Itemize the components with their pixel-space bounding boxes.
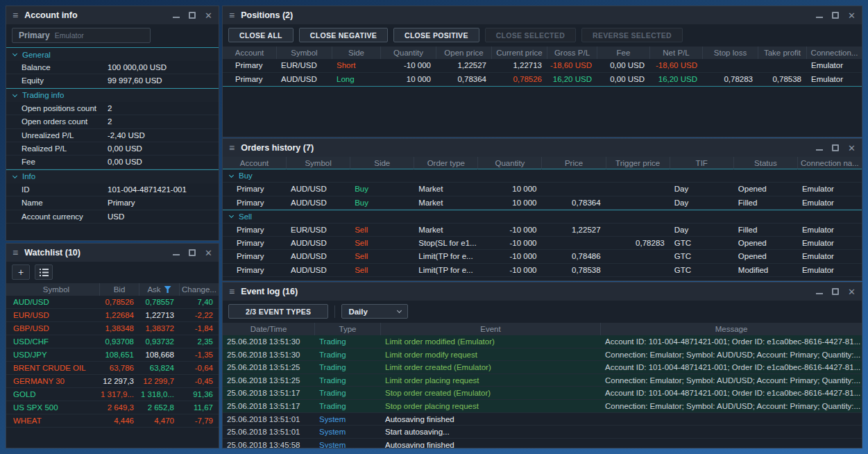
col-header-account[interactable]: Account [223, 157, 287, 169]
col-header-side[interactable]: Side [350, 157, 414, 169]
order-group-header[interactable]: Buy [223, 169, 862, 183]
event-log-row[interactable]: 25.06.2018 13:51:30TradingLimit order mo… [223, 335, 862, 348]
col-header-ask[interactable]: Ask [139, 283, 180, 296]
order-row[interactable]: PrimaryEUR/USDSellMarket-10 0001,22527Da… [223, 224, 862, 237]
col-header-symbol[interactable]: Symbol [6, 283, 100, 296]
col-header-status[interactable]: Status [734, 157, 798, 169]
close-icon[interactable]: ✕ [848, 11, 856, 20]
event-log-row[interactable]: 25.06.2018 13:51:25TradingLimit order pl… [223, 374, 862, 387]
list-view-icon[interactable] [35, 264, 53, 280]
cell [542, 277, 606, 281]
col-header-take-profit[interactable]: Take profit [758, 47, 807, 59]
account-info-titlebar[interactable]: ≡ Account info ✕ [6, 6, 219, 24]
col-header-price[interactable]: Price [542, 157, 606, 169]
close-all-button[interactable]: CLOSE ALL [228, 28, 293, 42]
add-symbol-button[interactable]: + [12, 264, 30, 280]
col-header-gross-pl[interactable]: Gross P/L [547, 47, 597, 59]
watchlist-row[interactable]: AUD/USD0,785260,785577,40 [6, 296, 219, 309]
minimize-icon[interactable] [816, 12, 823, 18]
close-icon[interactable]: ✕ [848, 144, 856, 153]
section-header[interactable]: General [6, 47, 219, 61]
section-header[interactable]: Trading info [6, 88, 219, 102]
col-header-bid[interactable]: Bid [100, 283, 139, 296]
maximize-icon[interactable] [832, 144, 839, 151]
col-header-open-price[interactable]: Open price [436, 47, 492, 59]
close-icon[interactable]: ✕ [205, 249, 212, 258]
order-row[interactable]: PrimaryAUD/USDSellLimit(TP for e...-10 0… [223, 250, 862, 263]
event-log-row[interactable]: 25.06.2018 13:51:17TradingStop order cre… [223, 387, 862, 400]
col-header-event[interactable]: Event [381, 323, 601, 335]
minimize-icon[interactable] [816, 289, 823, 294]
maximize-icon[interactable] [189, 12, 196, 19]
col-header-change[interactable]: Change... [180, 283, 219, 296]
col-header-stop-loss[interactable]: Stop loss [703, 47, 758, 59]
watchlist-row[interactable]: GOLD1 317,9...1 318,0...91,36 [6, 388, 219, 401]
event-log-row[interactable]: 25.06.2018 13:51:25TradingLimit order cr… [223, 361, 862, 374]
watchlist-row[interactable]: USD/CHF0,937080,937322,35 [6, 335, 219, 348]
order-row[interactable]: PrimaryAUD/USDBuyMarket10 0000,78364DayF… [223, 196, 862, 210]
minimize-icon[interactable] [816, 145, 823, 151]
menu-icon[interactable]: ≡ [229, 143, 235, 153]
watchlist-titlebar[interactable]: ≡ Watchlist (10) ✕ [6, 244, 219, 262]
watchlist-row[interactable]: GBP/USD1,383481,38372-1,84 [6, 322, 219, 335]
event-log-titlebar[interactable]: ≡ Event log (16) ✕ [223, 283, 862, 301]
close-positive-button[interactable]: CLOSE POSITIVE [393, 28, 479, 42]
watchlist-row[interactable]: EUR/USD1,226841,22713-2,22 [6, 309, 219, 322]
event-types-button[interactable]: 2/3 EVENT TYPES [228, 304, 328, 319]
col-header-connection[interactable]: Connection... [807, 47, 862, 59]
watchlist-row[interactable]: USD/JPY108,651108,668-1,35 [6, 348, 219, 362]
account-selector[interactable]: Primary Emulator [12, 28, 151, 43]
col-header-symbol[interactable]: Symbol [277, 47, 332, 59]
minimize-icon[interactable] [173, 250, 180, 255]
menu-icon[interactable]: ≡ [12, 248, 18, 258]
order-group-header[interactable]: Sell [223, 210, 862, 223]
watchlist-row[interactable]: US SPX 5002 649,32 652,811,67 [6, 401, 219, 414]
watchlist-row[interactable]: WHEAT4,4464,470-7,79 [6, 414, 219, 428]
col-header-current-price[interactable]: Current price [492, 47, 547, 59]
event-log-row[interactable]: 25.06.2018 13:45:58SystemAutosaving fini… [223, 439, 862, 448]
watchlist-row[interactable]: BRENT CRUDE OIL63,78663,824-0,64 [6, 362, 219, 375]
col-header-net-pl[interactable]: Net P/L [650, 47, 703, 59]
col-header-side[interactable]: Side [332, 47, 381, 59]
col-header-message[interactable]: Message [601, 323, 862, 335]
event-log-row[interactable]: 25.06.2018 13:51:30TradingLimit order mo… [223, 348, 862, 362]
maximize-icon[interactable] [832, 12, 839, 19]
event-log-row[interactable]: 25.06.2018 13:51:17TradingStop order pla… [223, 400, 862, 413]
col-header-fee[interactable]: Fee [597, 47, 650, 59]
ask-cell: 2 652,8 [139, 401, 180, 414]
close-icon[interactable]: ✕ [205, 11, 212, 20]
col-header-datetime[interactable]: Date/Time [223, 323, 315, 335]
filter-icon[interactable] [164, 286, 171, 293]
watchlist-row[interactable]: GERMANY 3012 297,312 299,7-0,45 [6, 375, 219, 388]
order-row[interactable]: PrimaryAUD/USDSellLimit(TP for e...-10 0… [223, 264, 862, 277]
order-row[interactable]: PrimaryAUD/USDBuyMarket10 000DayOpenedEm… [223, 183, 862, 196]
maximize-icon[interactable] [189, 249, 196, 256]
section-header[interactable]: Info [6, 169, 219, 183]
col-header-quantity[interactable]: Quantity [478, 157, 542, 169]
col-header-trigger-price[interactable]: Trigger price [606, 157, 670, 169]
order-row[interactable]: PrimaryEUR/USDSellMarket-10 000DayOpened… [223, 277, 862, 281]
col-header-account[interactable]: Account [223, 47, 277, 59]
col-header-type[interactable]: Type [315, 323, 381, 335]
position-row[interactable]: PrimaryAUD/USDLong10 0000,783640,7852616… [223, 73, 862, 87]
position-row[interactable]: PrimaryEUR/USDShort-10 0001,225271,22713… [223, 59, 862, 73]
cell: AUD/USD [277, 73, 332, 86]
positions-titlebar[interactable]: ≡ Positions (2) ✕ [223, 6, 862, 24]
menu-icon[interactable]: ≡ [12, 10, 18, 20]
minimize-icon[interactable] [173, 12, 180, 18]
maximize-icon[interactable] [832, 288, 839, 295]
event-log-row[interactable]: 25.06.2018 13:51:01SystemAutosaving fini… [223, 413, 862, 426]
menu-icon[interactable]: ≡ [229, 287, 235, 296]
orders-history-titlebar[interactable]: ≡ Orders history (7) ✕ [223, 139, 862, 157]
close-negative-button[interactable]: CLOSE NEGATIVE [299, 28, 388, 42]
col-header-connection-name[interactable]: Connection na... [798, 157, 862, 169]
menu-icon[interactable]: ≡ [229, 10, 235, 20]
period-dropdown[interactable]: Daily [341, 304, 408, 319]
close-icon[interactable]: ✕ [848, 287, 856, 296]
order-row[interactable]: PrimaryAUD/USDSellStop(SL for e1...-10 0… [223, 237, 862, 250]
col-header-order-type[interactable]: Order type [414, 157, 478, 169]
col-header-tif[interactable]: TIF [670, 157, 734, 169]
col-header-quantity[interactable]: Quantity [381, 47, 436, 59]
event-log-row[interactable]: 25.06.2018 13:51:01SystemStart autosavin… [223, 426, 862, 439]
col-header-symbol[interactable]: Symbol [287, 157, 350, 169]
